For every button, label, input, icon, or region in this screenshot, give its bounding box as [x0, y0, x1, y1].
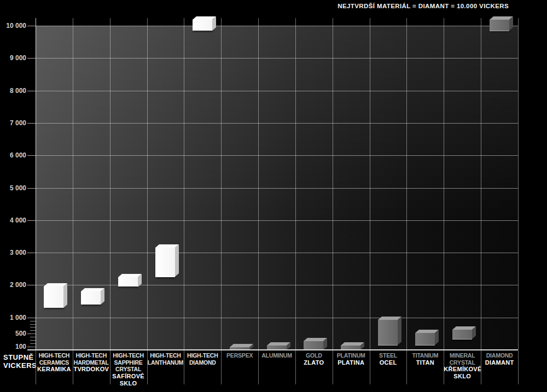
bar-side-face [509, 16, 513, 31]
category-name-line: HIGH-TECH [110, 352, 147, 359]
gridline-vertical [147, 18, 148, 350]
bar-front-face [118, 277, 138, 287]
y-axis-unit-label: STUPNĚ VICKERS [3, 353, 37, 370]
plot-area [36, 18, 518, 350]
gridline-horizontal [36, 123, 518, 124]
category-name-line: HIGH-TECH [73, 352, 110, 359]
gridline-horizontal [36, 285, 518, 285]
bar-side-face [398, 317, 401, 345]
category-czech-line: KŘEMÍKOVÉ [444, 366, 481, 373]
category-name-line: MINERAL [444, 352, 481, 359]
y-minor-tick [30, 334, 36, 334]
y-tick-label: 8 000 [0, 87, 26, 94]
category-name-line: PERSPEX [221, 352, 258, 359]
y-minor-tick [30, 330, 36, 331]
bar-steel [378, 317, 401, 345]
category-label-steel: STEELOCEL [370, 352, 407, 366]
category-name-line: DIAMOND [481, 352, 518, 359]
gridline-vertical [444, 18, 444, 350]
category-name-line: HARDMETAL [73, 359, 110, 366]
category-separator [73, 350, 73, 384]
category-name-line: HIGH-TECH [36, 352, 73, 359]
category-czech-line: PLATINA [333, 359, 370, 366]
y-axis-unit-line2: VICKERS [3, 361, 37, 370]
y-tick-label: 4 000 [0, 217, 26, 224]
bar-side-face [175, 244, 179, 277]
category-name-line: SAPPHIRE [110, 359, 147, 366]
bar-high-tech-hardmetal [81, 288, 104, 305]
category-separator [36, 350, 36, 384]
gridline-vertical [73, 18, 73, 350]
y-tick-label: 2 000 [0, 282, 26, 288]
x-axis-baseline [27, 349, 518, 350]
y-tick-label: 500 [0, 330, 26, 337]
y-tick-label: 9 000 [0, 55, 26, 61]
y-axis-line [36, 18, 36, 350]
category-label-high-tech-ceramics: HIGH-TECHCERAMICSKERAMIKA [36, 352, 73, 373]
category-separator [184, 350, 184, 384]
y-minor-tick [30, 327, 36, 327]
y-tick-mark [27, 123, 36, 124]
bar-gold [304, 338, 327, 350]
y-tick-mark [27, 155, 36, 156]
hardness-chart: NEJTVRDŠÍ MATERIÁL = DIAMANT = 10.000 VI… [0, 0, 547, 392]
category-name-line: CERAMICS [36, 359, 73, 366]
y-tick-mark [27, 220, 36, 221]
gridline-vertical [333, 18, 333, 350]
bar-diamond [490, 16, 513, 31]
category-czech-line: SAFÍROVÉ [110, 373, 147, 380]
category-czech-line: OCEL [370, 359, 407, 366]
y-minor-tick [30, 324, 36, 325]
category-name-line: CRYSTAL [110, 366, 147, 373]
y-tick-label: 100 [0, 343, 26, 350]
category-label-diamond: DIAMONDDIAMANT [481, 352, 518, 366]
category-name-line: HIGH-TECH [184, 352, 221, 359]
category-separator [110, 350, 110, 384]
category-name-line: STEEL [370, 352, 407, 359]
category-name-line: PLATINUM [333, 352, 370, 359]
category-czech-line: KERAMIKA [36, 366, 73, 373]
category-label-high-tech-lanthanum: HIGH-TECHLANTHANUM [147, 352, 184, 366]
gridline-vertical [295, 18, 296, 350]
bar-front-face [490, 20, 509, 31]
category-label-platinum: PLATINUMPLATINA [333, 352, 370, 366]
category-label-mineral-crystal: MINERALCRYSTALKŘEMÍKOVÉSKLO [444, 352, 481, 380]
bar-high-tech-lanthanum [155, 244, 179, 277]
category-name-line: DIAMOND [184, 359, 221, 366]
bar-front-face [44, 286, 63, 308]
bar-side-face [101, 288, 104, 305]
y-tick-label: 7 000 [0, 120, 26, 126]
bar-front-face [155, 248, 175, 277]
y-tick-label: 5 000 [0, 185, 26, 191]
gridline-horizontal [36, 26, 518, 26]
gridline-vertical [258, 18, 259, 350]
y-tick-mark [27, 58, 36, 58]
gridline-horizontal [36, 253, 518, 253]
category-label-gold: GOLDZLATO [295, 352, 333, 366]
category-label-titanium: TITANIUMTITAN [406, 352, 444, 366]
category-name-line: CRYSTAL [444, 359, 481, 366]
gridline-horizontal [36, 58, 518, 58]
bar-front-face [378, 320, 398, 346]
bar-side-face [435, 330, 439, 345]
gridline-vertical [370, 18, 370, 350]
y-tick-label: 6 000 [0, 152, 26, 159]
gridline-vertical [481, 18, 481, 350]
category-czech-line: SKLO [444, 373, 481, 380]
bar-side-face [63, 283, 67, 308]
category-separator [481, 350, 481, 384]
gridline-vertical [518, 18, 519, 350]
y-tick-mark [27, 285, 36, 285]
gridline-horizontal [36, 220, 518, 221]
y-tick-mark [27, 91, 36, 91]
y-tick-mark [27, 253, 36, 253]
bar-titanium [415, 330, 439, 345]
y-axis-unit-line1: STUPNĚ [3, 353, 37, 361]
category-name-line: HIGH-TECH [147, 352, 184, 359]
category-czech-line: DIAMANT [481, 359, 518, 366]
bar-front-face [415, 333, 435, 346]
category-separator [518, 350, 519, 384]
y-tick-mark [27, 318, 36, 318]
y-minor-tick [30, 347, 36, 347]
category-separator [333, 350, 333, 384]
